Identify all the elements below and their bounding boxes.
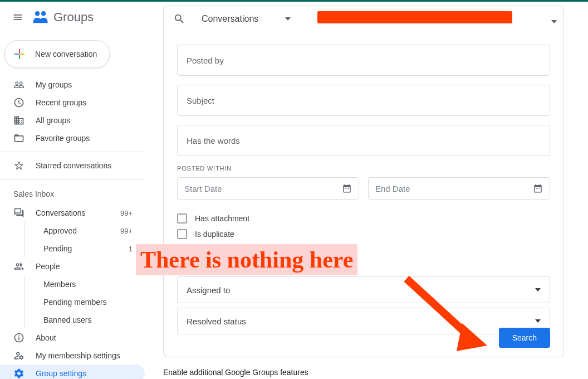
nav-divider — [0, 179, 145, 179]
main-menu-button[interactable] — [4, 4, 31, 31]
sidebar: New conversation My groups Recent groups… — [0, 32, 145, 378]
redacted-group-name — [317, 11, 512, 23]
nav-group-settings[interactable]: Group settings — [0, 365, 145, 379]
subject-input[interactable]: Subject — [177, 85, 550, 116]
settings-icon — [13, 368, 24, 379]
svg-point-1 — [41, 11, 46, 16]
nav-recent-groups[interactable]: Recent groups — [0, 94, 145, 111]
is-duplicate-checkbox[interactable] — [177, 229, 187, 239]
nav-pending-members[interactable]: Pending members — [0, 293, 145, 311]
svg-point-0 — [35, 11, 40, 16]
domain-icon — [13, 115, 24, 126]
folder-special-icon — [13, 133, 24, 144]
search-button[interactable] — [168, 8, 190, 30]
logo-section[interactable]: Groups — [31, 9, 94, 25]
posted-by-input[interactable]: Posted by — [177, 45, 550, 76]
nav-people[interactable]: People — [0, 257, 145, 275]
search-submit-button[interactable]: Search — [499, 328, 550, 348]
nav-label: Starred conversations — [36, 161, 140, 170]
start-date-input[interactable]: Start Date — [177, 177, 359, 200]
nav-label: Recent groups — [36, 98, 140, 107]
has-attachment-row: Has attachment — [177, 211, 550, 226]
field-placeholder: End Date — [375, 184, 410, 193]
nav-members[interactable]: Members — [0, 275, 145, 293]
enable-features-heading: Enable additional Google Groups features — [163, 368, 308, 377]
dropdown-arrow-icon — [285, 17, 291, 21]
people-outline-icon — [13, 79, 24, 90]
dropdown-arrow-icon — [535, 319, 541, 323]
plus-icon — [13, 47, 26, 61]
field-label: Resolved status — [187, 317, 246, 326]
nav-approved[interactable]: Approved 99+ — [0, 222, 145, 240]
checkbox-label: Is duplicate — [195, 230, 234, 239]
hamburger-icon — [12, 12, 23, 23]
nav-favorite-groups[interactable]: Favorite groups — [0, 129, 145, 147]
nav-conversations[interactable]: Conversations 99+ — [0, 204, 145, 222]
nav-label: All groups — [36, 116, 140, 125]
nav-starred-conversations[interactable]: Starred conversations — [0, 157, 145, 174]
group-dropdown[interactable] — [551, 16, 557, 26]
nav-label: Conversations — [36, 208, 109, 217]
nav-about[interactable]: About — [0, 329, 145, 347]
info-icon — [13, 332, 24, 343]
annotation-callout: There is nothing here — [136, 244, 357, 275]
star-outline-icon — [13, 160, 24, 171]
clock-icon — [13, 97, 24, 108]
nav-banned-users[interactable]: Banned users — [0, 311, 145, 329]
nav-section-label: Sales Inbox — [0, 184, 145, 204]
new-conversation-label: New conversation — [35, 50, 97, 59]
nav-label: Group settings — [36, 369, 140, 378]
dropdown-arrow-icon — [551, 20, 557, 23]
has-attachment-checkbox[interactable] — [177, 213, 187, 223]
groups-logo-icon — [31, 9, 50, 25]
nav-badge: 99+ — [120, 209, 140, 217]
search-scope-dropdown[interactable]: Conversations — [190, 8, 306, 30]
nav-badge: 99+ — [120, 227, 140, 235]
search-form-panel: Posted by Subject Has the words POSTED W… — [163, 31, 564, 357]
nav-label: Banned users — [43, 315, 140, 324]
checkbox-label: Has attachment — [195, 214, 249, 223]
nav-label: Pending members — [43, 298, 140, 307]
nav-all-groups[interactable]: All groups — [0, 111, 145, 129]
end-date-input[interactable]: End Date — [368, 177, 550, 200]
has-words-input[interactable]: Has the words — [177, 125, 550, 156]
nav-divider — [0, 152, 145, 152]
app-name: Groups — [53, 10, 94, 25]
nav-pending[interactable]: Pending 1 — [0, 240, 145, 257]
forum-icon — [13, 207, 24, 218]
field-placeholder: Start Date — [184, 184, 222, 193]
nav-label: Approved — [43, 226, 109, 235]
nav-label: My groups — [36, 80, 140, 89]
search-scope-label: Conversations — [202, 14, 258, 24]
field-label: Has the words — [187, 136, 240, 145]
nav-membership-settings[interactable]: My membership settings — [0, 347, 145, 365]
search-icon — [173, 13, 185, 25]
manage-accounts-icon — [13, 350, 24, 361]
calendar-icon — [342, 183, 352, 193]
nav-label: Members — [43, 280, 140, 289]
dropdown-arrow-icon — [535, 288, 541, 291]
nav-label: About — [36, 333, 140, 342]
field-label: Subject — [187, 96, 214, 105]
people-icon — [13, 261, 24, 272]
nav-label: My membership settings — [36, 351, 140, 360]
field-label: Assigned to — [187, 285, 230, 295]
nav-label: Favorite groups — [36, 134, 140, 143]
calendar-icon — [533, 183, 543, 193]
resolved-status-dropdown[interactable]: Resolved status — [177, 308, 550, 334]
nav-label: People — [36, 262, 140, 271]
assigned-to-dropdown[interactable]: Assigned to — [177, 276, 550, 303]
field-label: Posted by — [187, 56, 224, 65]
nav-label: Pending — [43, 244, 117, 253]
posted-within-label: POSTED WITHIN — [177, 165, 550, 172]
new-conversation-button[interactable]: New conversation — [4, 40, 110, 68]
is-duplicate-row: Is duplicate — [177, 226, 550, 242]
nav-my-groups[interactable]: My groups — [0, 76, 145, 94]
